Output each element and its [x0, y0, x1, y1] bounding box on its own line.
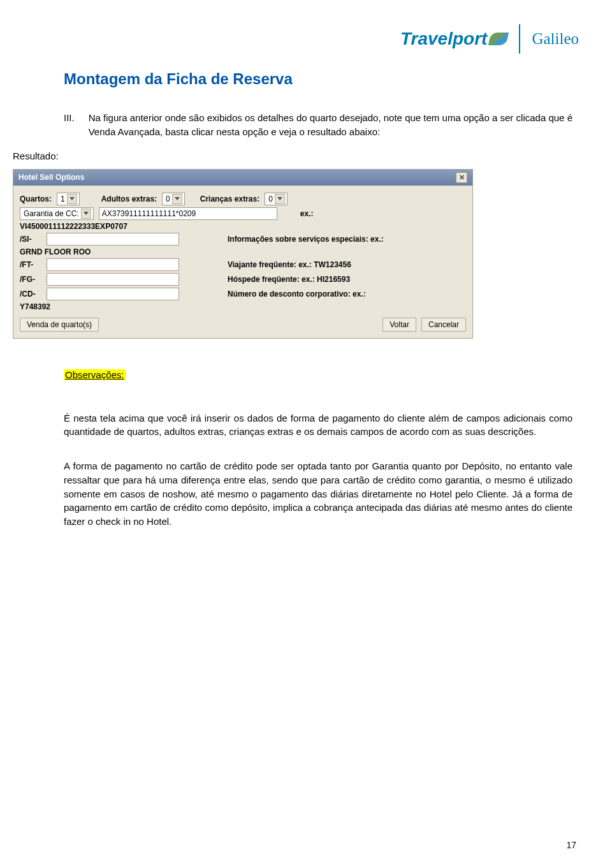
page-title: Montagem da Ficha de Reserva [64, 70, 572, 88]
chevron-down-icon [67, 194, 77, 204]
hotel-sell-options-dialog: Hotel Sell Options ✕ Quartos: 1 Adultos … [13, 169, 473, 339]
cd-label: /CD- [20, 290, 41, 298]
si-example-text: GRND FLOOR ROO [20, 247, 91, 256]
vi-example-text: VI4500011112222333EXP0707 [20, 222, 127, 231]
criancas-value: 0 [268, 195, 273, 203]
page-number: 17 [566, 840, 576, 850]
adultos-value: 0 [166, 195, 170, 203]
cc-number-input[interactable]: AX373911111111111*0209 [99, 207, 277, 220]
cd-hint: Número de desconto corporativo: ex.: [228, 290, 366, 298]
back-button[interactable]: Voltar [382, 318, 416, 332]
observacoes-label: Observações: [64, 369, 126, 380]
observacoes-paragraph-2: A forma de pagamento no cartão de crédit… [64, 459, 572, 529]
dialog-title-text: Hotel Sell Options [18, 173, 84, 182]
intro-paragraph: III. Na figura anterior onde são exibido… [64, 111, 572, 139]
travelport-logo: Travelport [400, 29, 507, 49]
chevron-down-icon [172, 194, 182, 204]
ft-label: /FT- [20, 260, 41, 269]
garantia-cc-label: Garantia de CC: [24, 209, 79, 218]
travelport-glyph-icon [488, 33, 509, 45]
adultos-extras-select[interactable]: 0 [162, 193, 185, 205]
galileo-logo: Galileo [532, 30, 579, 48]
fg-hint: Hóspede freqüente: ex.: HI216593 [228, 275, 350, 284]
criancas-extras-select[interactable]: 0 [265, 193, 288, 205]
quartos-label: Quartos: [20, 195, 52, 203]
cd-input[interactable] [47, 288, 179, 300]
page-header: Travelport Galileo [13, 24, 579, 54]
fg-input[interactable] [47, 273, 179, 286]
adultos-extras-label: Adultos extras: [101, 195, 157, 203]
observacoes-paragraph-1: É nesta tela acima que você irá inserir … [64, 411, 572, 439]
si-label: /SI- [20, 235, 41, 244]
si-hint: Informações sobre serviços especiais: ex… [228, 235, 384, 244]
header-divider [519, 24, 520, 54]
cancel-button[interactable]: Cancelar [421, 318, 466, 332]
ft-hint: Viajante freqüente: ex.: TW123456 [228, 260, 351, 269]
sell-rooms-button[interactable]: Venda de quarto(s) [20, 318, 99, 332]
dialog-title-bar: Hotel Sell Options ✕ [13, 170, 472, 186]
si-input[interactable] [47, 233, 179, 246]
quartos-select[interactable]: 1 [57, 193, 80, 205]
chevron-down-icon [81, 209, 91, 219]
garantia-cc-select[interactable]: Garantia de CC: [20, 207, 94, 220]
resultado-label: Resultado: [13, 151, 579, 161]
close-button[interactable]: ✕ [456, 172, 467, 183]
quartos-value: 1 [61, 195, 65, 203]
list-numeral: III. [64, 111, 75, 139]
chevron-down-icon [275, 194, 285, 204]
cc-example-label: ex.: [300, 209, 314, 218]
intro-text: Na figura anterior onde são exibidos os … [89, 111, 572, 139]
fg-label: /FG- [20, 275, 41, 284]
brand-text: Travelport [400, 29, 487, 49]
ft-input[interactable] [47, 258, 179, 271]
cd-example-text: Y748392 [20, 302, 50, 311]
criancas-extras-label: Crianças extras: [200, 195, 259, 203]
